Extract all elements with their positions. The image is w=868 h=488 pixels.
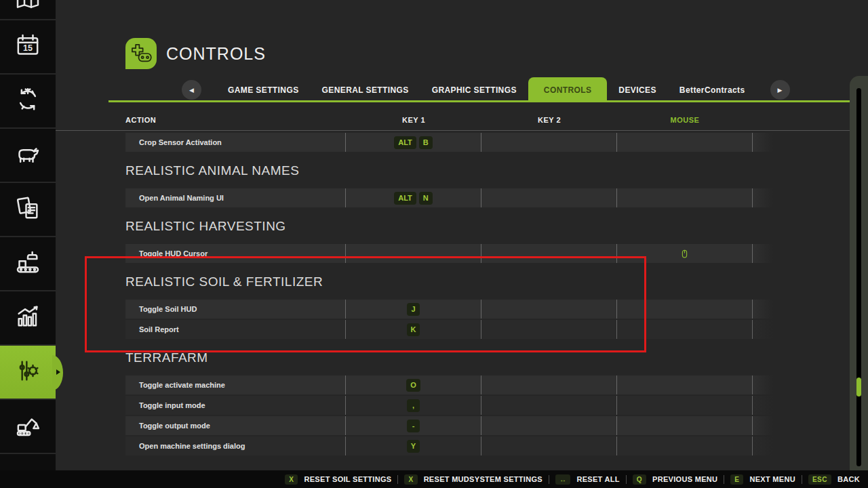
sidebar-item-statistics[interactable] bbox=[0, 291, 56, 346]
key1-cell[interactable]: - bbox=[346, 416, 481, 435]
key2-cell[interactable] bbox=[481, 244, 617, 263]
section-title: REALISTIC SOIL & FERTILIZER bbox=[125, 274, 868, 289]
key1-cell[interactable] bbox=[346, 244, 481, 263]
scrollbar-thumb[interactable] bbox=[856, 378, 861, 396]
key1-cell[interactable]: , bbox=[346, 396, 481, 415]
footer-action-previous-menu[interactable]: QPREVIOUS MENU bbox=[633, 474, 717, 485]
mouse-cell[interactable] bbox=[617, 133, 753, 152]
footer-separator bbox=[802, 475, 802, 484]
key2-cell[interactable] bbox=[481, 320, 617, 339]
tabs-next-button[interactable]: ▶ bbox=[770, 80, 790, 100]
scrollbar bbox=[850, 76, 868, 479]
key-badge: - bbox=[407, 420, 420, 432]
footer-separator bbox=[397, 475, 398, 484]
mouse-cell[interactable] bbox=[617, 396, 753, 415]
scrollbar-track[interactable] bbox=[856, 88, 861, 466]
footer-action-reset-soil-settings[interactable]: XRESET SOIL SETTINGS bbox=[285, 474, 391, 485]
keybind-row[interactable]: Toggle HUD Cursor bbox=[125, 244, 868, 263]
keybind-row[interactable]: Toggle activate machineO bbox=[125, 375, 868, 394]
key2-cell[interactable] bbox=[481, 300, 617, 319]
keybind-row[interactable]: Toggle Soil HUDJ bbox=[125, 300, 868, 319]
tabs-prev-button[interactable]: ◀ bbox=[182, 80, 201, 100]
sidebar-item-construction[interactable] bbox=[0, 400, 56, 454]
footer-action-label: BACK bbox=[837, 475, 860, 483]
tab-graphic-settings[interactable]: GRAPHIC SETTINGS bbox=[420, 77, 528, 102]
key1-cell[interactable]: J bbox=[346, 300, 481, 319]
mouse-cell[interactable] bbox=[617, 320, 753, 339]
footer-key-badge: ↔ bbox=[555, 474, 571, 485]
row-end-spacer bbox=[753, 416, 773, 435]
key-badge: ALT bbox=[394, 136, 416, 149]
animals-icon bbox=[14, 140, 41, 170]
footer-action-label: RESET MUDSYSTEM SETTINGS bbox=[424, 475, 542, 483]
tab-bettercontracts[interactable]: BetterContracts bbox=[668, 77, 757, 102]
key-badge: N bbox=[419, 192, 433, 205]
action-label: Toggle HUD Cursor bbox=[125, 244, 346, 263]
row-end-spacer bbox=[753, 244, 773, 263]
sidebar-item-production[interactable] bbox=[0, 237, 56, 291]
action-label: Toggle output mode bbox=[125, 416, 346, 435]
footer-action-reset-all[interactable]: ↔RESET ALL bbox=[555, 474, 620, 485]
sidebar-item-map[interactable] bbox=[0, 0, 56, 20]
construction-icon bbox=[14, 411, 41, 441]
action-label: Open machine settings dialog bbox=[125, 436, 346, 455]
mouse-cell[interactable] bbox=[617, 436, 753, 455]
sidebar-item-animals[interactable] bbox=[0, 129, 56, 183]
key1-cell[interactable]: Y bbox=[346, 436, 481, 455]
mouse-cell[interactable] bbox=[617, 416, 753, 435]
footer-separator bbox=[549, 475, 549, 484]
row-end-spacer bbox=[753, 133, 773, 152]
footer-action-next-menu[interactable]: ENEXT MENU bbox=[730, 474, 795, 485]
key1-cell[interactable]: K bbox=[346, 320, 481, 339]
key2-cell[interactable] bbox=[481, 396, 617, 415]
mouse-cell[interactable] bbox=[617, 300, 753, 319]
mouse-cell[interactable] bbox=[617, 244, 753, 263]
keybind-row[interactable]: Open Animal Naming UIALTN bbox=[125, 188, 868, 207]
sidebar: 15 bbox=[0, 0, 56, 470]
key2-cell[interactable] bbox=[481, 133, 617, 152]
sidebar-item-contracts[interactable] bbox=[0, 183, 56, 237]
key2-cell[interactable] bbox=[481, 416, 617, 435]
key1-cell[interactable]: ALTN bbox=[346, 188, 481, 207]
key1-cell[interactable]: O bbox=[346, 375, 481, 394]
tab-controls[interactable]: CONTROLS bbox=[528, 77, 608, 102]
footer-action-back[interactable]: ESCBACK bbox=[808, 474, 860, 485]
footer-action-label: NEXT MENU bbox=[749, 475, 795, 483]
key2-cell[interactable] bbox=[481, 188, 617, 207]
keybind-row[interactable]: Toggle output mode- bbox=[125, 416, 868, 435]
key1-cell[interactable]: ALTB bbox=[346, 133, 481, 152]
footer-separator bbox=[626, 475, 627, 484]
keybind-row[interactable]: Toggle input mode, bbox=[125, 396, 868, 415]
footer-action-label: RESET SOIL SETTINGS bbox=[304, 475, 391, 483]
sidebar-item-crop-rotation[interactable] bbox=[0, 75, 56, 129]
action-label: Toggle activate machine bbox=[125, 375, 346, 394]
tab-game-settings[interactable]: GAME SETTINGS bbox=[216, 77, 311, 102]
column-header-key2: KEY 2 bbox=[481, 116, 617, 124]
mouse-icon bbox=[679, 249, 690, 259]
tab-bar: ◀ GAME SETTINGSGENERAL SETTINGSGRAPHIC S… bbox=[56, 77, 868, 102]
footer-separator bbox=[724, 475, 724, 484]
sidebar-item-calendar[interactable]: 15 bbox=[0, 20, 56, 75]
tab-devices[interactable]: DEVICES bbox=[607, 77, 667, 102]
key-badge: J bbox=[407, 303, 420, 316]
footer-key-badge: ESC bbox=[808, 474, 831, 485]
footer-key-badge: X bbox=[404, 474, 417, 485]
mouse-cell[interactable] bbox=[617, 188, 753, 207]
footer-bar: XRESET SOIL SETTINGSXRESET MUDSYSTEM SET… bbox=[0, 470, 868, 488]
key2-cell[interactable] bbox=[481, 436, 617, 455]
keybind-row[interactable]: Crop Sensor ActivationALTB bbox=[125, 133, 868, 152]
contracts-icon bbox=[14, 195, 41, 224]
key-badge: , bbox=[407, 399, 420, 412]
keybind-row[interactable]: Open machine settings dialogY bbox=[125, 436, 868, 455]
row-end-spacer bbox=[753, 396, 773, 415]
keybind-row[interactable]: Soil ReportK bbox=[125, 320, 868, 339]
svg-text:15: 15 bbox=[23, 43, 33, 53]
tab-general-settings[interactable]: GENERAL SETTINGS bbox=[311, 77, 420, 102]
footer-action-reset-mudsystem-settings[interactable]: XRESET MUDSYSTEM SETTINGS bbox=[404, 474, 542, 485]
sidebar-item-settings[interactable] bbox=[0, 346, 56, 400]
key2-cell[interactable] bbox=[481, 375, 617, 394]
footer-key-badge: Q bbox=[633, 474, 646, 485]
mouse-cell[interactable] bbox=[617, 375, 753, 394]
key-badge: Y bbox=[407, 440, 420, 453]
row-end-spacer bbox=[753, 188, 773, 207]
